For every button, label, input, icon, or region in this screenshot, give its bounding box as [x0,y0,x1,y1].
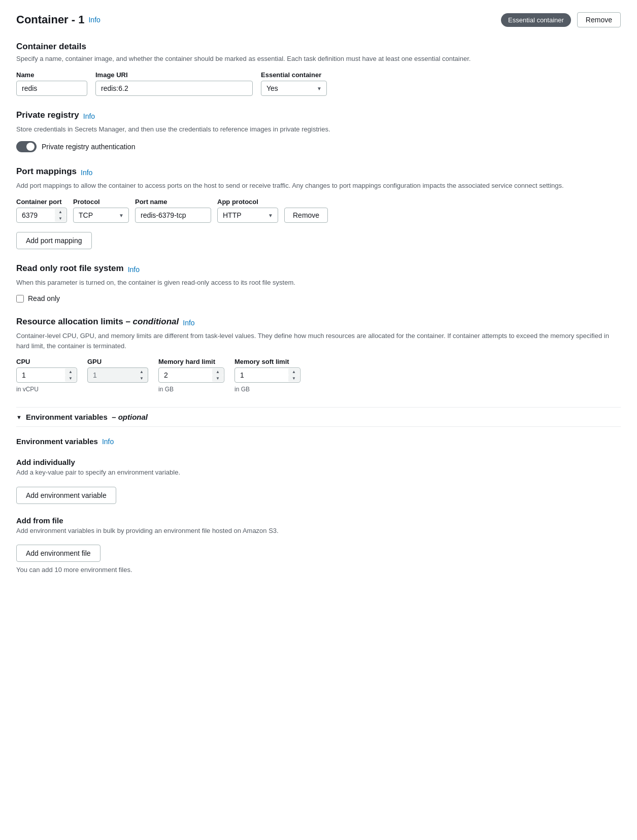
port-mappings-info-link[interactable]: Info [81,169,92,177]
port-mappings-row: Container port ▲ ▼ Protocol TCP UDP ▼ [16,198,621,223]
image-uri-label: Image URI [95,71,253,79]
page-header: Container - 1 Info Essential container R… [16,12,621,27]
cpu-unit: in vCPU [16,386,77,393]
remove-button[interactable]: Remove [577,12,621,27]
container-port-increment[interactable]: ▲ [55,209,66,215]
memory-hard-spinner-buttons: ▲ ▼ [212,368,223,382]
collapsible-arrow-icon: ▼ [16,414,22,420]
gpu-spinner-buttons: ▲ ▼ [136,368,147,382]
memory-soft-group: Memory soft limit ▲ ▼ in GB [234,358,300,393]
read-only-info-link[interactable]: Info [128,265,140,274]
port-mappings-desc: Add port mappings to allow the container… [16,181,621,191]
add-individually-sub-section: Add individually Add a key-value pair to… [16,458,621,504]
essential-container-select-wrapper: Yes No ▼ [261,81,327,96]
add-individually-title: Add individually [16,458,621,466]
private-registry-toggle-label: Private registry authentication [42,143,135,151]
container-details-title: Container details [16,42,621,52]
container-port-decrement[interactable]: ▼ [55,215,66,222]
essential-container-group: Essential container Yes No ▼ [261,71,327,96]
gpu-decrement[interactable]: ▼ [136,375,147,382]
essential-container-label: Essential container [261,71,327,79]
toggle-row: Private registry authentication [16,141,621,152]
memory-hard-spinner: ▲ ▼ [158,367,224,383]
private-registry-section: Private registry Info Store credentials … [16,110,621,153]
container-port-spinner-buttons: ▲ ▼ [55,209,66,222]
env-vars-info-link[interactable]: Info [102,438,114,446]
memory-hard-label: Memory hard limit [158,358,224,365]
env-vars-title: Environment variables Info [16,437,621,446]
add-from-file-title: Add from file [16,516,621,525]
cpu-spinner-buttons: ▲ ▼ [65,368,76,382]
protocol-select[interactable]: TCP UDP [73,208,129,223]
image-uri-group: Image URI [95,71,253,96]
protocol-select-wrapper: TCP UDP ▼ [73,208,129,223]
name-input[interactable] [16,81,87,96]
name-group: Name [16,71,87,96]
app-protocol-group: App protocol HTTP HTTP2 GRPC ▼ [217,198,278,223]
header-buttons: Essential container Remove [501,12,621,27]
env-variables-collapsible[interactable]: ▼ Environment variables – optional [16,407,621,427]
essential-badge-button[interactable]: Essential container [501,13,571,27]
read-only-checkbox[interactable] [16,295,24,303]
memory-soft-decrement[interactable]: ▼ [288,375,299,382]
memory-soft-unit: in GB [234,386,300,393]
cpu-label: CPU [16,358,77,365]
image-uri-input[interactable] [95,81,253,96]
read-only-checkbox-label: Read only [28,294,60,303]
add-env-file-button[interactable]: Add environment file [16,545,100,562]
footer-note: You can add 10 more environment files. [16,566,621,574]
memory-hard-increment[interactable]: ▲ [212,368,223,375]
add-env-variable-button[interactable]: Add environment variable [16,487,116,504]
add-port-mapping-button[interactable]: Add port mapping [16,232,92,249]
protocol-group: Protocol TCP UDP ▼ [73,198,129,223]
private-registry-toggle[interactable] [16,141,37,152]
gpu-label: GPU [87,358,148,365]
page-title: Container - 1 [16,13,84,26]
memory-soft-increment[interactable]: ▲ [288,368,299,375]
cpu-spinner: ▲ ▼ [16,367,77,383]
memory-soft-spinner-buttons: ▲ ▼ [288,368,299,382]
add-individually-desc: Add a key-value pair to specify an envir… [16,467,621,478]
resource-allocation-info-link[interactable]: Info [183,319,194,327]
private-registry-desc: Store credentials in Secrets Manager, an… [16,124,621,135]
container-details-desc: Specify a name, container image, and whe… [16,54,621,64]
header-info-link[interactable]: Info [88,16,100,24]
port-name-group: Port name [135,198,211,223]
container-port-label: Container port [16,198,67,206]
read-only-title: Read only root file system [16,263,124,274]
memory-soft-label: Memory soft limit [234,358,300,365]
protocol-label: Protocol [73,198,129,206]
read-only-desc: When this parameter is turned on, the co… [16,278,621,288]
private-registry-title: Private registry [16,110,79,120]
container-port-group: Container port ▲ ▼ [16,198,67,223]
add-from-file-desc: Add environment variables in bulk by pro… [16,526,621,536]
gpu-spinner: ▲ ▼ [87,367,148,383]
app-protocol-select-wrapper: HTTP HTTP2 GRPC ▼ [217,208,278,223]
env-vars-sub-section: Environment variables Info [16,437,621,446]
cpu-group: CPU ▲ ▼ in vCPU [16,358,77,393]
port-name-input[interactable] [135,208,211,223]
container-details-form-row: Name Image URI Essential container Yes N… [16,71,621,96]
memory-hard-decrement[interactable]: ▼ [212,375,223,382]
resource-allocation-desc: Container-level CPU, GPU, and memory lim… [16,331,621,351]
port-mappings-title: Port mappings [16,166,77,177]
gpu-group: GPU ▲ ▼ [87,358,148,393]
memory-soft-spinner: ▲ ▼ [234,367,300,383]
port-remove-group: Remove [284,208,328,223]
add-from-file-sub-section: Add from file Add environment variables … [16,516,621,574]
cpu-decrement[interactable]: ▼ [65,375,76,382]
memory-hard-group: Memory hard limit ▲ ▼ in GB [158,358,224,393]
toggle-thumb [26,143,35,151]
cpu-increment[interactable]: ▲ [65,368,76,375]
env-variables-collapsible-title: Environment variables – optional [26,413,148,421]
name-label: Name [16,71,87,79]
gpu-increment[interactable]: ▲ [136,368,147,375]
port-name-label: Port name [135,198,211,206]
app-protocol-select[interactable]: HTTP HTTP2 GRPC [217,208,278,223]
port-remove-button[interactable]: Remove [284,208,328,223]
read-only-section: Read only root file system Info When thi… [16,263,621,303]
essential-container-select[interactable]: Yes No [261,81,327,96]
container-details-section: Container details Specify a name, contai… [16,42,621,96]
resource-allocation-title: Resource allocation limits – conditional [16,317,179,327]
private-registry-info-link[interactable]: Info [83,112,95,120]
